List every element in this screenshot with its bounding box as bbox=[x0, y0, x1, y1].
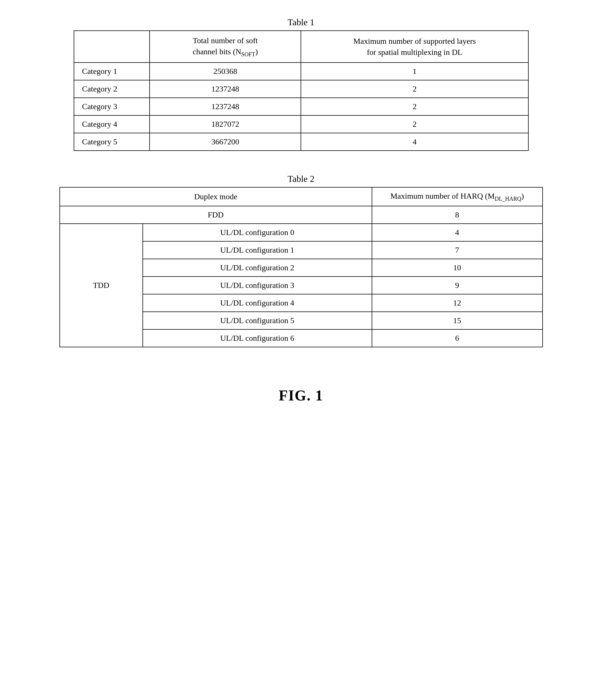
table2-cell-config: UL/DL configuration 6 bbox=[143, 329, 372, 347]
table1-cell-soft-bits: 250368 bbox=[150, 62, 301, 80]
table1-header-category bbox=[74, 31, 150, 62]
table2-cell-config: UL/DL configuration 1 bbox=[143, 241, 372, 259]
table2-cell-harq-value: 12 bbox=[372, 294, 543, 312]
table1-cell-soft-bits: 1237248 bbox=[150, 98, 301, 116]
table2-cell-tdd-label: TDD bbox=[60, 224, 143, 347]
table1-cell-category: Category 2 bbox=[74, 80, 150, 98]
table1-cell-soft-bits: 1237248 bbox=[150, 80, 301, 98]
table1-cell-soft-bits: 1827072 bbox=[150, 116, 301, 133]
table2-cell-harq-value: 10 bbox=[372, 259, 543, 277]
table2-title: Table 2 bbox=[288, 174, 314, 184]
table2-header-row: Duplex mode Maximum number of HARQ (MDL_… bbox=[60, 187, 543, 206]
table1-header-row: Total number of softchannel bits (NSOFT)… bbox=[74, 31, 528, 62]
table1-cell-category: Category 3 bbox=[74, 98, 150, 116]
table2-header-harq: Maximum number of HARQ (MDL_HARQ) bbox=[372, 187, 543, 206]
table2-cell-config: UL/DL configuration 3 bbox=[143, 277, 372, 294]
table2-cell-fdd-value: 8 bbox=[372, 206, 543, 224]
table2-cell-config: UL/DL configuration 5 bbox=[143, 312, 372, 329]
table1-cell-layers: 2 bbox=[301, 98, 528, 116]
table2-cell-harq-value: 6 bbox=[372, 329, 543, 347]
table1-title: Table 1 bbox=[288, 17, 314, 28]
fig-label: FIG. 1 bbox=[279, 387, 323, 404]
table1-header-layers: Maximum number of supported layersfor sp… bbox=[301, 31, 528, 62]
table1-cell-soft-bits: 3667200 bbox=[150, 133, 301, 151]
table1-cell-layers: 2 bbox=[301, 116, 528, 133]
table1-row: Category 2 1237248 2 bbox=[74, 80, 528, 98]
table2-header-duplex: Duplex mode bbox=[60, 187, 372, 206]
table2-row-tdd: TDD UL/DL configuration 0 4 bbox=[60, 224, 543, 241]
table2-cell-config: UL/DL configuration 2 bbox=[143, 259, 372, 277]
table2-cell-harq-value: 7 bbox=[372, 241, 543, 259]
table2-cell-fdd-label: FDD bbox=[60, 206, 372, 224]
table1-cell-category: Category 1 bbox=[74, 62, 150, 80]
fig-section: FIG. 1 bbox=[279, 387, 323, 404]
table2-row-fdd: FDD 8 bbox=[60, 206, 543, 224]
table2: Duplex mode Maximum number of HARQ (MDL_… bbox=[59, 187, 543, 348]
table1: Total number of softchannel bits (NSOFT)… bbox=[74, 30, 529, 151]
table1-cell-layers: 1 bbox=[301, 62, 528, 80]
table2-cell-harq-value: 4 bbox=[372, 224, 543, 241]
table2-cell-config: UL/DL configuration 0 bbox=[143, 224, 372, 241]
table1-row: Category 5 3667200 4 bbox=[74, 133, 528, 151]
table1-section: Table 1 Total number of softchannel bits… bbox=[23, 17, 579, 151]
table2-cell-harq-value: 9 bbox=[372, 277, 543, 294]
table2-cell-harq-value: 15 bbox=[372, 312, 543, 329]
table2-section: Table 2 Duplex mode Maximum number of HA… bbox=[23, 174, 579, 348]
page-content: Table 1 Total number of softchannel bits… bbox=[23, 17, 579, 404]
table1-row: Category 3 1237248 2 bbox=[74, 98, 528, 116]
table1-cell-category: Category 5 bbox=[74, 133, 150, 151]
table1-row: Category 1 250368 1 bbox=[74, 62, 528, 80]
table1-cell-layers: 2 bbox=[301, 80, 528, 98]
table1-cell-layers: 4 bbox=[301, 133, 528, 151]
table1-cell-category: Category 4 bbox=[74, 116, 150, 133]
table1-row: Category 4 1827072 2 bbox=[74, 116, 528, 133]
table2-cell-config: UL/DL configuration 4 bbox=[143, 294, 372, 312]
table1-header-soft-bits: Total number of softchannel bits (NSOFT) bbox=[150, 31, 301, 62]
